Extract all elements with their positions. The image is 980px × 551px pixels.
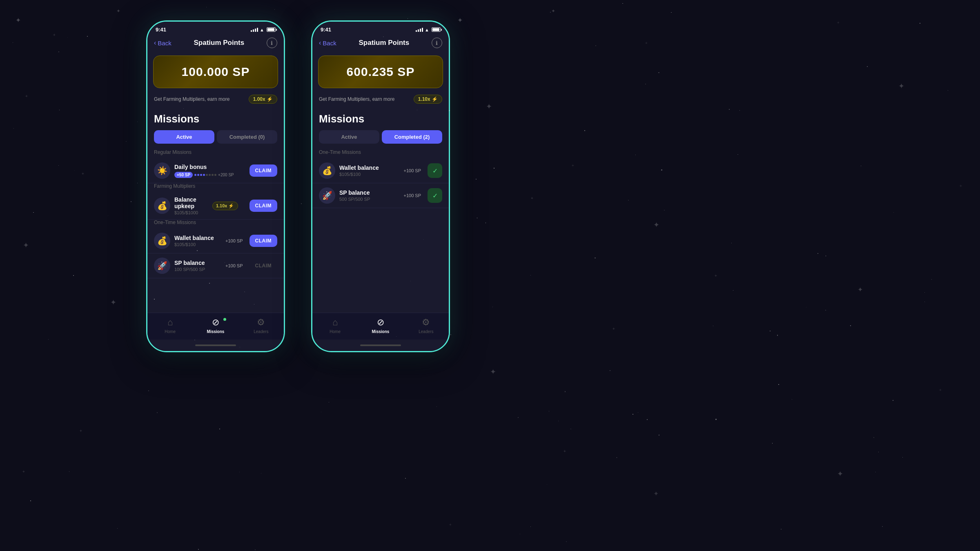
info-button-right[interactable]: ℹ — [432, 38, 442, 48]
deco-star-10: ✦ — [457, 16, 463, 24]
mission-balance-info: Balance upkeep $105/$1000 — [174, 196, 208, 215]
nav-missions-right[interactable]: ⊘ Missions — [358, 317, 403, 334]
mission-wallet-icon-right: 💰 — [319, 162, 335, 179]
multiplier-row-left: Get Farming Multipliers, earn more 1.00x… — [147, 91, 284, 109]
home-indicator-left — [147, 340, 284, 351]
mission-balance-upkeep: 💰 Balance upkeep $105/$1000 1.10x ⚡ CLAI… — [147, 192, 284, 220]
tab-active-left[interactable]: Active — [154, 130, 214, 144]
star-dot — [157, 412, 158, 413]
tab-completed-right[interactable]: Completed (2) — [382, 130, 442, 144]
star-dot — [595, 45, 596, 46]
star-dot — [781, 529, 781, 529]
nav-missions-left[interactable]: ⊘ Missions — [193, 317, 238, 334]
tabs-left: Active Completed (0) — [147, 130, 284, 149]
star-dot — [610, 370, 610, 371]
star-dot — [570, 429, 571, 429]
deco-star-8: + — [80, 429, 82, 433]
star-dot — [931, 279, 932, 280]
mission-sp-sub-right: 500 SP/500 SP — [339, 197, 399, 202]
star-dot — [664, 210, 665, 211]
star-dot — [817, 253, 818, 254]
claim-done-sp-right: ✓ — [428, 188, 442, 203]
star-dot — [58, 165, 59, 166]
star-dot — [770, 331, 771, 331]
signal-icon-right — [416, 28, 423, 32]
phone-header-right: ‹ Back Spatium Points ℹ — [312, 34, 449, 52]
mission-wallet-info-left: Wallet balance $105/$100 — [174, 235, 221, 247]
nav-leaders-right[interactable]: ⚙ Leaders — [403, 317, 449, 334]
star-dot — [239, 472, 240, 473]
star-dot — [58, 51, 59, 52]
leaders-label-right: Leaders — [419, 329, 433, 334]
star-dot — [633, 414, 633, 415]
deco-star-21: ✦ — [653, 490, 659, 498]
mission-daily-name: Daily bonus — [174, 164, 245, 170]
mission-balance-sub: $105/$1000 — [174, 210, 208, 215]
battery-icon — [267, 27, 276, 32]
status-icons-right: ▲ — [416, 27, 441, 32]
section-onetime-label-left: One-Time Missions — [147, 220, 284, 229]
tab-active-right[interactable]: Active — [319, 130, 379, 144]
star-dot — [69, 471, 69, 472]
star-dot — [850, 325, 851, 326]
tab-completed-left[interactable]: Completed (0) — [217, 130, 277, 144]
star-dot — [924, 292, 925, 293]
home-bar-right — [360, 344, 401, 346]
sp-card-left: 100.000 SP — [153, 56, 278, 88]
home-icon-right: ⌂ — [332, 317, 338, 328]
star-dot — [595, 258, 595, 258]
star-dot — [647, 419, 648, 420]
star-dot — [893, 400, 893, 401]
status-icons-left: ▲ — [251, 27, 276, 32]
multiplier-text-right: Get Farming Multipliers, earn more — [319, 96, 394, 102]
star-dot — [733, 290, 733, 291]
back-button-left[interactable]: ‹ Back — [154, 39, 172, 47]
multiplier-badge-left[interactable]: 1.00x ⚡ — [249, 95, 277, 104]
multiplier-badge-right[interactable]: 1.10x ⚡ — [414, 95, 442, 104]
deco-star-19: ✦ — [490, 367, 496, 376]
star-dot — [476, 179, 477, 180]
multiplier-text-left: Get Farming Multipliers, earn more — [154, 96, 229, 102]
mission-wallet-info-right: Wallet balance $105/$100 — [339, 164, 399, 177]
star-dot — [873, 437, 874, 438]
home-label-left: Home — [165, 329, 176, 334]
star-dot — [408, 18, 408, 19]
claim-button-daily[interactable]: CLAIM — [249, 164, 278, 177]
star-dot — [920, 23, 920, 24]
claim-button-balance[interactable]: CLAIM — [249, 200, 278, 212]
star-dot — [405, 478, 406, 479]
star-dot — [73, 275, 74, 276]
phone-right: 9:41 ▲ ‹ Back Spatium Points ℹ 600.235 S… — [311, 20, 450, 352]
back-button-right[interactable]: ‹ Back — [319, 39, 336, 47]
star-dot — [737, 154, 738, 155]
star-dot — [825, 310, 826, 311]
nav-leaders-left[interactable]: ⚙ Leaders — [238, 317, 284, 334]
back-label-left: Back — [158, 40, 171, 47]
star-dot — [148, 391, 149, 391]
deco-star-27: + — [939, 388, 942, 392]
deco-star-1: ✦ — [16, 16, 21, 24]
deco-star-11: ✦ — [551, 8, 555, 14]
info-button-left[interactable]: ℹ — [267, 38, 277, 48]
claim-done-wallet-right: ✓ — [428, 163, 442, 178]
nav-home-right[interactable]: ⌂ Home — [312, 317, 358, 334]
star-dot — [301, 203, 302, 204]
star-dot — [547, 484, 548, 485]
star-dot — [126, 141, 126, 142]
header-title-left: Spatium Points — [194, 39, 244, 47]
mission-daily-info: Daily bonus +50 SP +200 SP — [174, 164, 245, 178]
star-dot — [206, 7, 207, 7]
star-dot — [518, 417, 519, 418]
star-dot — [658, 72, 659, 73]
chevron-left-icon: ‹ — [154, 39, 156, 47]
deco-star-14: + — [572, 163, 574, 168]
claim-button-wallet-left[interactable]: CLAIM — [249, 235, 278, 247]
deco-star-24: ✦ — [898, 82, 904, 91]
mission-wallet-balance-right: 💰 Wallet balance $105/$100 +100 SP ✓ — [312, 158, 449, 183]
deco-star-3: + — [53, 33, 56, 37]
star-dot — [713, 326, 713, 326]
missions-icon-left: ⊘ — [212, 317, 219, 328]
star-dot — [584, 130, 585, 131]
bottom-nav-left: ⌂ Home ⊘ Missions ⚙ Leaders — [147, 313, 284, 340]
nav-home-left[interactable]: ⌂ Home — [147, 317, 193, 334]
